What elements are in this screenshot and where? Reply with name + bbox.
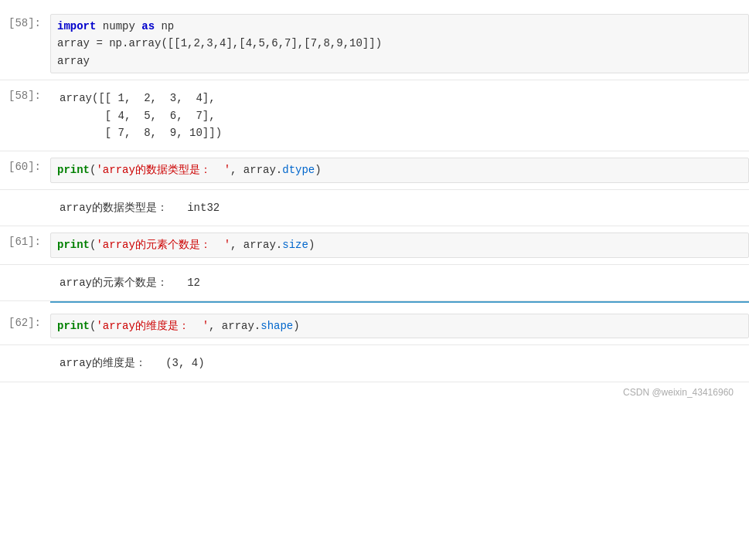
cell-58-input-content: import numpy as np array = np.array([[1,… bbox=[50, 14, 749, 73]
cell-label-62-output bbox=[0, 351, 50, 375]
cell-58-input: [58]: import numpy as np array = np.arra… bbox=[0, 8, 749, 80]
cell-61-output: array的元素个数是： 12 bbox=[0, 265, 749, 301]
string-dtype: 'array的数据类型是： ' bbox=[96, 164, 230, 176]
cell-label-60-output bbox=[0, 196, 50, 219]
cell-58-output-content: array([[ 1, 2, 3, 4], [ 4, 5, 6, 7], [ 7… bbox=[50, 87, 749, 144]
cell-62-input-content: print('array的维度是： ', array.shape) bbox=[50, 314, 749, 338]
attr-dtype: dtype bbox=[282, 164, 315, 176]
cell-label-58-output: [58]: bbox=[0, 87, 50, 144]
cell-58-output: [58]: array([[ 1, 2, 3, 4], [ 4, 5, 6, 7… bbox=[0, 80, 749, 151]
cell-label-61-input: [61]: bbox=[0, 232, 50, 257]
cell-60-input-content: print('array的数据类型是： ', array.dtype) bbox=[50, 158, 749, 182]
cell-62-input: [62]: print('array的维度是： ', array.shape) bbox=[0, 307, 749, 345]
cell-60-output-content: array的数据类型是： int32 bbox=[50, 196, 749, 219]
keyword-import: import bbox=[57, 20, 96, 32]
cell-60-input: [60]: print('array的数据类型是： ', array.dtype… bbox=[0, 151, 749, 189]
string-shape: 'array的维度是： ' bbox=[96, 320, 209, 332]
cell-label-62-input: [62]: bbox=[0, 314, 50, 338]
watermark: CSDN @weixin_43416960 bbox=[0, 382, 749, 398]
cell-label-60-input: [60]: bbox=[0, 158, 50, 182]
cell-label-61-output bbox=[0, 271, 50, 294]
string-size: 'array的元素个数是： ' bbox=[96, 239, 230, 251]
separator-line bbox=[50, 301, 749, 303]
cell-60-output: array的数据类型是： int32 bbox=[0, 190, 749, 226]
attr-size: size bbox=[282, 239, 308, 251]
keyword-as: as bbox=[141, 20, 155, 32]
keyword-print: print bbox=[57, 164, 90, 176]
cell-62-output-content: array的维度是： (3, 4) bbox=[50, 351, 749, 375]
cell-62-output: array的维度是： (3, 4) bbox=[0, 345, 749, 382]
cell-61-output-content: array的元素个数是： 12 bbox=[50, 271, 749, 294]
cell-label-58-input: [58]: bbox=[0, 14, 50, 73]
keyword-print-2: print bbox=[57, 239, 90, 251]
notebook: [58]: import numpy as np array = np.arra… bbox=[0, 0, 749, 406]
keyword-print-3: print bbox=[57, 320, 90, 332]
cell-61-input: [61]: print('array的元素个数是： ', array.size) bbox=[0, 226, 749, 264]
attr-shape: shape bbox=[260, 320, 293, 332]
cell-61-input-content: print('array的元素个数是： ', array.size) bbox=[50, 232, 749, 257]
